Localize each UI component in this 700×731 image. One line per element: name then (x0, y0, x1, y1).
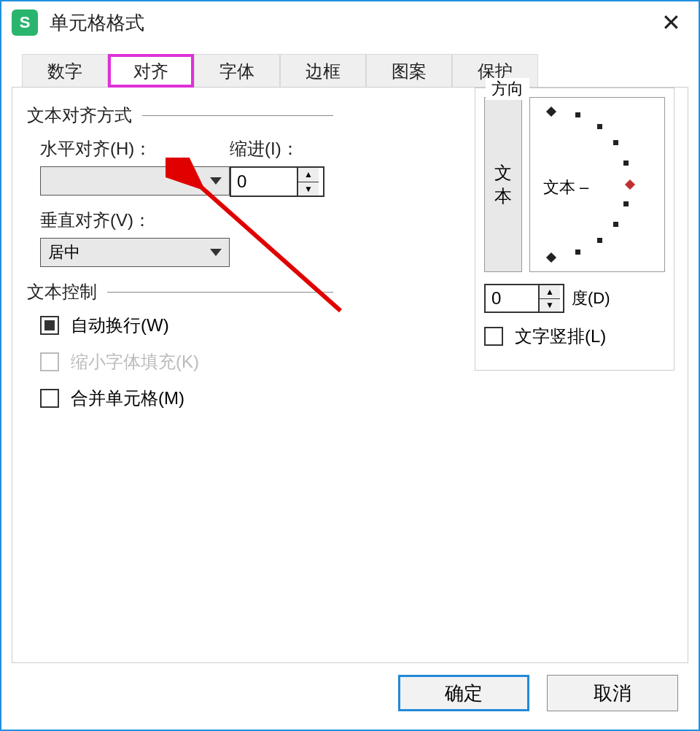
close-button[interactable]: ✕ (654, 9, 688, 36)
vertical-layout-checkbox[interactable] (484, 327, 503, 346)
ok-button[interactable]: 确定 (398, 675, 529, 711)
wrap-row: 自动换行(W) (40, 314, 333, 337)
orientation-group: 方向 文 本 文本 – (475, 88, 674, 371)
v-align-combo[interactable]: 居中 (40, 238, 230, 267)
chevron-down-icon (210, 177, 222, 185)
degree-spinner[interactable]: ▲ ▼ (484, 284, 564, 313)
degree-label: 度(D) (572, 287, 610, 309)
indent-up-button[interactable]: ▲ (298, 168, 319, 182)
wrap-checkbox[interactable] (40, 316, 59, 335)
tab-pattern[interactable]: 图案 (366, 54, 452, 88)
tab-strip: 数字 对齐 字体 边框 图案 保护 (22, 54, 699, 88)
merge-checkbox[interactable] (40, 389, 59, 408)
h-align-label: 水平对齐(H)： (40, 137, 230, 160)
shrink-label: 缩小字体填充(K) (71, 350, 199, 374)
v-align-value: 居中 (48, 241, 80, 263)
degree-down-button[interactable]: ▼ (540, 299, 560, 312)
vbtn-char1: 文 (494, 161, 512, 185)
window-title: 单元格格式 (50, 10, 144, 36)
arc-label: 文本 – (543, 177, 588, 198)
vbtn-char2: 本 (494, 185, 512, 208)
text-control-group-label: 文本控制 (27, 280, 97, 303)
vertical-text-button[interactable]: 文 本 (484, 97, 522, 272)
shrink-row: 缩小字体填充(K) (40, 350, 333, 374)
app-icon: S (12, 9, 38, 36)
indent-spinner[interactable]: ▲ ▼ (230, 166, 324, 197)
v-align-label: 垂直对齐(V)： (40, 209, 333, 232)
wrap-label: 自动换行(W) (71, 314, 169, 337)
text-control-group-title: 文本控制 (27, 280, 333, 303)
merge-label: 合并单元格(M) (71, 387, 184, 410)
tab-alignment[interactable]: 对齐 (108, 54, 194, 88)
orientation-group-label: 方向 (486, 78, 529, 100)
orientation-arc[interactable]: 文本 – (529, 97, 665, 272)
cancel-button[interactable]: 取消 (547, 675, 678, 711)
text-align-group-title: 文本对齐方式 (27, 104, 333, 127)
alignment-panel: 文本对齐方式 水平对齐(H)： 缩进(I)： ▲ ▼ (12, 87, 688, 663)
button-bar: 确定 取消 (1, 663, 699, 723)
merge-row: 合并单元格(M) (40, 387, 333, 410)
tab-font[interactable]: 字体 (194, 54, 280, 88)
tab-border[interactable]: 边框 (280, 54, 366, 88)
indent-label: 缩进(I)： (230, 137, 333, 160)
degree-up-button[interactable]: ▲ (540, 285, 560, 299)
h-align-combo[interactable] (40, 166, 230, 196)
title-bar: S 单元格格式 ✕ (1, 1, 699, 44)
vertical-layout-label: 文字竖排(L) (515, 325, 606, 348)
indent-down-button[interactable]: ▼ (298, 182, 319, 196)
text-align-group-label: 文本对齐方式 (27, 104, 132, 127)
degree-input[interactable] (486, 285, 538, 312)
indent-input[interactable] (231, 168, 297, 196)
chevron-down-icon (210, 249, 222, 256)
tab-number[interactable]: 数字 (22, 54, 108, 88)
shrink-checkbox (40, 352, 59, 371)
